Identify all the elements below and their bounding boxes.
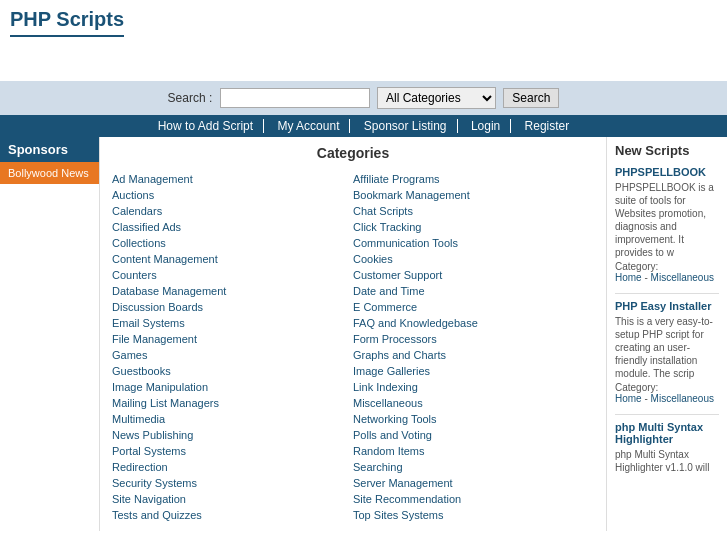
script-desc-phpspellbook: PHPSPELLBOOK is a suite of tools for Web… (615, 181, 719, 259)
category-link[interactable]: Auctions (112, 187, 353, 203)
category-link[interactable]: Ad Management (112, 171, 353, 187)
category-link[interactable]: Email Systems (112, 315, 353, 331)
category-link[interactable]: Content Management (112, 251, 353, 267)
category-link[interactable]: Redirection (112, 459, 353, 475)
category-link[interactable]: Security Systems (112, 475, 353, 491)
category-link[interactable]: Portal Systems (112, 443, 353, 459)
category-link[interactable]: Link Indexing (353, 379, 594, 395)
categories-left-column: Ad ManagementAuctionsCalendarsClassified… (112, 171, 353, 523)
category-select[interactable]: All Categories Ad Management Affiliates … (377, 87, 496, 109)
script-item-phpspellbook: PHPSPELLBOOK PHPSPELLBOOK is a suite of … (615, 166, 719, 283)
category-link[interactable]: News Publishing (112, 427, 353, 443)
nav-my-account[interactable]: My Account (267, 119, 350, 133)
category-link[interactable]: Site Recommendation (353, 491, 594, 507)
category-link[interactable]: Games (112, 347, 353, 363)
category-link[interactable]: E Commerce (353, 299, 594, 315)
category-link[interactable]: Graphs and Charts (353, 347, 594, 363)
category-link[interactable]: Counters (112, 267, 353, 283)
category-link[interactable]: Site Navigation (112, 491, 353, 507)
search-label: Search : (168, 91, 213, 105)
page-title: PHP Scripts (10, 8, 124, 37)
script-home-link-0[interactable]: Home (615, 272, 642, 283)
category-link[interactable]: Image Manipulation (112, 379, 353, 395)
script-desc-easy-installer: This is a very easy-to-setup PHP script … (615, 315, 719, 380)
category-link[interactable]: Affiliate Programs (353, 171, 594, 187)
category-link[interactable]: Bookmark Management (353, 187, 594, 203)
category-link[interactable]: Calendars (112, 203, 353, 219)
category-link[interactable]: Click Tracking (353, 219, 594, 235)
sidebar-sponsor[interactable]: Bollywood News (0, 162, 99, 184)
categories-heading: Categories (112, 145, 594, 161)
new-scripts-heading: New Scripts (615, 143, 719, 158)
category-link[interactable]: Customer Support (353, 267, 594, 283)
category-link[interactable]: Top Sites Systems (353, 507, 594, 523)
script-item-syntax-highlighter: php Multi Syntax Highlighter php Multi S… (615, 421, 719, 474)
script-home-link-1[interactable]: Home (615, 393, 642, 404)
script-item-easy-installer: PHP Easy Installer This is a very easy-t… (615, 300, 719, 404)
category-link[interactable]: Date and Time (353, 283, 594, 299)
script-title-easy-installer[interactable]: PHP Easy Installer (615, 300, 719, 312)
script-divider-1 (615, 293, 719, 294)
category-link[interactable]: Form Processors (353, 331, 594, 347)
category-link[interactable]: Miscellaneous (353, 395, 594, 411)
nav-login[interactable]: Login (461, 119, 511, 133)
category-link[interactable]: Server Management (353, 475, 594, 491)
script-category-link-1[interactable]: Miscellaneous (651, 393, 714, 404)
script-desc-syntax-highlighter: php Multi Syntax Highlighter v1.1.0 will (615, 448, 719, 474)
category-link[interactable]: Mailing List Managers (112, 395, 353, 411)
category-link[interactable]: Classified Ads (112, 219, 353, 235)
category-link[interactable]: Collections (112, 235, 353, 251)
category-link[interactable]: Tests and Quizzes (112, 507, 353, 523)
category-link[interactable]: Image Galleries (353, 363, 594, 379)
category-link[interactable]: Database Management (112, 283, 353, 299)
category-link[interactable]: Cookies (353, 251, 594, 267)
script-category-phpspellbook: Category: Home - Miscellaneous (615, 261, 719, 283)
script-title-phpspellbook[interactable]: PHPSPELLBOOK (615, 166, 719, 178)
nav-add-script[interactable]: How to Add Script (148, 119, 264, 133)
nav-register[interactable]: Register (515, 119, 580, 133)
script-category-easy-installer: Category: Home - Miscellaneous (615, 382, 719, 404)
search-input[interactable] (220, 88, 370, 108)
category-link[interactable]: Chat Scripts (353, 203, 594, 219)
categories-right-column: Affiliate ProgramsBookmark ManagementCha… (353, 171, 594, 523)
script-divider-2 (615, 414, 719, 415)
nav-sponsor-listing[interactable]: Sponsor Listing (354, 119, 458, 133)
category-link[interactable]: FAQ and Knowledgebase (353, 315, 594, 331)
category-link[interactable]: File Management (112, 331, 353, 347)
category-link[interactable]: Random Items (353, 443, 594, 459)
script-category-link-0[interactable]: Miscellaneous (651, 272, 714, 283)
category-link[interactable]: Guestbooks (112, 363, 353, 379)
script-title-syntax-highlighter[interactable]: php Multi Syntax Highlighter (615, 421, 719, 445)
category-link[interactable]: Discussion Boards (112, 299, 353, 315)
category-link[interactable]: Communication Tools (353, 235, 594, 251)
search-button[interactable]: Search (503, 88, 559, 108)
category-link[interactable]: Searching (353, 459, 594, 475)
category-link[interactable]: Multimedia (112, 411, 353, 427)
category-link[interactable]: Networking Tools (353, 411, 594, 427)
sidebar-title: Sponsors (0, 137, 99, 162)
category-link[interactable]: Polls and Voting (353, 427, 594, 443)
